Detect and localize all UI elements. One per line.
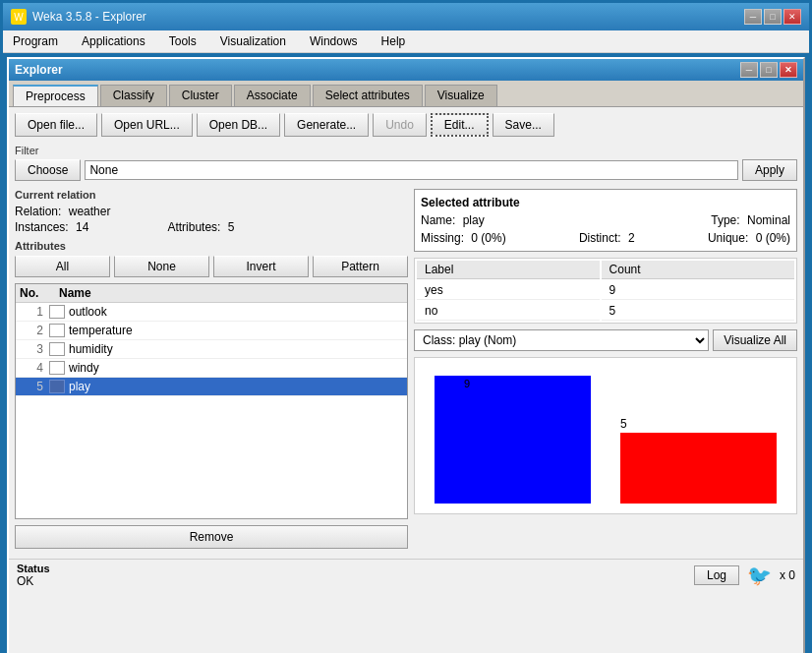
tab-classify[interactable]: Classify (100, 85, 167, 106)
bar1-label: 9 (464, 378, 470, 389)
list-item: no 5 (417, 302, 794, 321)
checkbox-3[interactable] (49, 342, 65, 356)
col-name-header: Name (59, 286, 403, 300)
table-row[interactable]: 2 temperature (16, 322, 407, 340)
class-row: Class: play (Nom) Visualize All (414, 329, 797, 351)
selected-attribute-box: Selected attribute Name: play Type: Nomi… (414, 189, 797, 252)
checkbox-4[interactable] (49, 361, 65, 375)
app-icon: W (11, 9, 27, 25)
table-row[interactable]: 1 outlook (16, 303, 407, 322)
table-row[interactable]: 5 play (16, 378, 407, 396)
main-area: Current relation Relation: weather Insta… (15, 189, 797, 549)
menu-windows[interactable]: Windows (304, 32, 364, 50)
open-db-button[interactable]: Open DB... (197, 113, 280, 137)
filter-text[interactable] (85, 160, 738, 180)
menu-program[interactable]: Program (7, 32, 64, 50)
generate-button[interactable]: Generate... (284, 113, 369, 137)
current-relation-title: Current relation (15, 189, 408, 201)
window-controls: ─ □ ✕ (744, 9, 801, 25)
window-title: Weka 3.5.8 - Explorer (32, 10, 146, 24)
table-row[interactable]: 3 humidity (16, 340, 407, 359)
save-button[interactable]: Save... (493, 113, 554, 137)
main-content: Open file... Open URL... Open DB... Gene… (9, 107, 803, 555)
menu-bar: Program Applications Tools Visualization… (3, 30, 809, 53)
menu-tools[interactable]: Tools (163, 32, 203, 50)
table-row[interactable]: 4 windy (16, 359, 407, 378)
attr-missing-info: Missing: 0 (0%) (421, 231, 506, 245)
class-select[interactable]: Class: play (Nom) (414, 329, 709, 351)
label-yes: yes (417, 281, 600, 300)
invert-button[interactable]: Invert (213, 256, 309, 277)
menu-visualization[interactable]: Visualization (214, 32, 292, 50)
attr-unique-info: Unique: 0 (0%) (708, 231, 790, 245)
filter-label: Filter (15, 145, 797, 156)
remove-button[interactable]: Remove (15, 525, 408, 549)
relation-label: Relation: weather (15, 205, 110, 218)
attribute-buttons: All None Invert Pattern (15, 256, 408, 277)
bar-no (620, 433, 777, 504)
status-label: Status (17, 563, 50, 574)
left-panel: Current relation Relation: weather Insta… (15, 189, 408, 549)
title-bar: W Weka 3.5.8 - Explorer ─ □ ✕ (3, 3, 809, 30)
log-button[interactable]: Log (694, 565, 739, 585)
status-count: x 0 (780, 568, 795, 582)
tab-cluster[interactable]: Cluster (169, 85, 232, 106)
toolbar: Open file... Open URL... Open DB... Gene… (15, 113, 797, 137)
weka-icon: 🐦 (747, 564, 772, 587)
status-bar: Status OK Log 🐦 x 0 (9, 559, 803, 591)
tab-visualize[interactable]: Visualize (425, 85, 497, 106)
all-button[interactable]: All (15, 256, 110, 277)
bar2-label: 5 (620, 417, 627, 431)
selected-attribute-title: Selected attribute (421, 196, 790, 209)
checkbox-2[interactable] (49, 324, 65, 337)
attributes-list: No. Name 1 outlook 2 temperature (15, 283, 408, 519)
count-col-header: Count (602, 261, 794, 279)
attributes-title: Attributes (15, 240, 408, 252)
checkbox-5[interactable] (49, 380, 65, 393)
open-url-button[interactable]: Open URL... (101, 113, 193, 137)
attr-type-info: Type: Nominal (711, 213, 790, 227)
checkbox-1[interactable] (49, 305, 65, 319)
tab-select-attributes[interactable]: Select attributes (313, 85, 423, 106)
pattern-button[interactable]: Pattern (313, 256, 408, 277)
tab-preprocess[interactable]: Preprocess (13, 85, 98, 106)
current-relation-section: Current relation Relation: weather Insta… (15, 189, 408, 234)
explorer-window: Explorer ─ □ ✕ Preprocess Classify Clust… (7, 57, 805, 653)
attributes-info: Attributes: 5 (167, 220, 234, 234)
menu-applications[interactable]: Applications (76, 32, 151, 50)
col-no-header: No. (20, 286, 59, 300)
label-count-table: Label Count yes 9 no 5 (414, 258, 797, 324)
explorer-close[interactable]: ✕ (780, 62, 797, 78)
bar-yes (435, 376, 591, 504)
label-no: no (417, 302, 600, 321)
tab-associate[interactable]: Associate (234, 85, 311, 106)
none-button[interactable]: None (114, 256, 209, 277)
close-button[interactable]: ✕ (783, 9, 801, 25)
attr-distinct-info: Distinct: 2 (579, 231, 635, 245)
explorer-title-text: Explorer (15, 63, 63, 77)
apply-button[interactable]: Apply (742, 159, 797, 181)
open-file-button[interactable]: Open file... (15, 113, 97, 137)
status-value: OK (17, 574, 50, 588)
minimize-button[interactable]: ─ (744, 9, 762, 25)
attr-name-info: Name: play (421, 213, 485, 227)
relation-row1: Relation: weather (15, 205, 408, 218)
explorer-maximize[interactable]: □ (760, 62, 778, 78)
visualize-all-button[interactable]: Visualize All (713, 329, 797, 351)
instances-info: Instances: 14 (15, 220, 88, 234)
chart-area: 9 5 (414, 357, 797, 514)
list-item: yes 9 (417, 281, 794, 300)
explorer-minimize[interactable]: ─ (740, 62, 758, 78)
filter-row: Choose Apply (15, 159, 797, 181)
undo-button[interactable]: Undo (373, 113, 427, 137)
choose-button[interactable]: Choose (15, 159, 81, 181)
maximize-button[interactable]: □ (764, 9, 782, 25)
menu-help[interactable]: Help (376, 32, 412, 50)
edit-button[interactable]: Edit... (431, 113, 489, 137)
count-yes: 9 (602, 281, 794, 300)
right-panel: Selected attribute Name: play Type: Nomi… (414, 189, 797, 549)
explorer-title-bar: Explorer ─ □ ✕ (9, 59, 803, 81)
attributes-header: No. Name (16, 284, 407, 303)
label-col-header: Label (417, 261, 600, 279)
tab-bar: Preprocess Classify Cluster Associate Se… (9, 81, 803, 107)
